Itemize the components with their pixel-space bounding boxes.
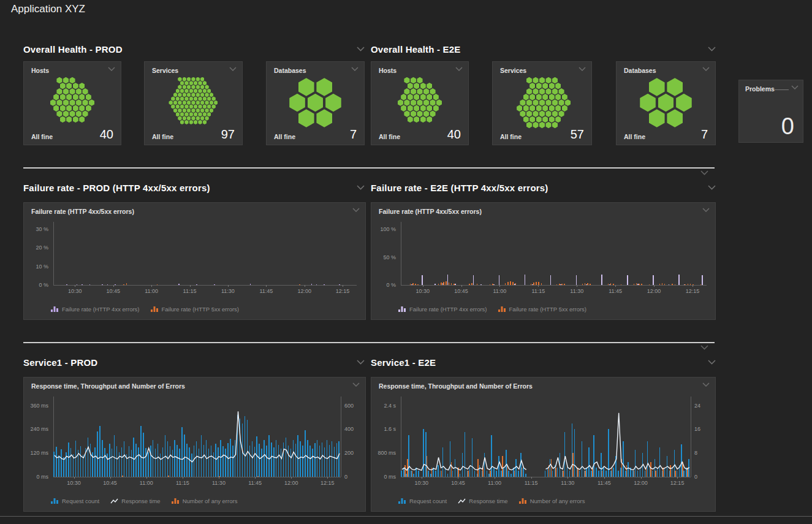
- hexagon-ok[interactable]: [189, 81, 193, 85]
- hexagon-ok[interactable]: [542, 83, 548, 89]
- hexagon-ok[interactable]: [536, 94, 542, 101]
- hexagon-ok[interactable]: [60, 83, 66, 89]
- hexagon-ok[interactable]: [545, 77, 551, 84]
- hexagon-ok[interactable]: [214, 101, 218, 105]
- hexagon-ok[interactable]: [60, 94, 66, 101]
- hexagon-ok[interactable]: [73, 105, 78, 112]
- hexagon-ok[interactable]: [189, 96, 193, 101]
- hexagon-ok[interactable]: [676, 94, 692, 112]
- hexagon-ok[interactable]: [203, 112, 207, 116]
- failure-rate-e2e-chart[interactable]: 100 %50 %0 %10:3010:4511:0011:1511:3011:…: [371, 219, 715, 319]
- hexagon-ok[interactable]: [180, 96, 184, 101]
- hexagon-ok[interactable]: [187, 85, 191, 89]
- hexagon-ok[interactable]: [79, 83, 85, 89]
- hexagon-ok[interactable]: [191, 93, 195, 97]
- hexagon-ok[interactable]: [200, 85, 204, 89]
- hexagon-ok[interactable]: [533, 110, 538, 117]
- hexagon-ok[interactable]: [178, 101, 181, 105]
- hexagon-ok[interactable]: [417, 99, 422, 106]
- hexagon-ok[interactable]: [401, 105, 406, 112]
- legend-item-bars[interactable]: Failure rate (HTTP 4xx errors): [51, 306, 140, 313]
- hexagon-ok[interactable]: [176, 112, 180, 116]
- hexagon-ok[interactable]: [198, 96, 202, 101]
- hexagon-ok[interactable]: [63, 88, 69, 95]
- tile-hosts-prod[interactable]: Hosts All fine 40: [23, 61, 121, 145]
- hexagon-ok[interactable]: [414, 116, 419, 123]
- hexagon-ok[interactable]: [178, 85, 181, 89]
- chevron-down-icon[interactable]: [700, 345, 708, 350]
- hexagon-ok[interactable]: [184, 96, 188, 101]
- hexagon-ok[interactable]: [210, 93, 213, 97]
- hexagon-ok[interactable]: [552, 122, 558, 129]
- hexagon-ok[interactable]: [411, 88, 416, 95]
- hexagon-ok[interactable]: [526, 77, 532, 84]
- hexagon-ok[interactable]: [198, 104, 202, 108]
- hexagon-ok[interactable]: [66, 83, 72, 89]
- hexagon-ok[interactable]: [187, 101, 191, 105]
- hexagon-ok[interactable]: [316, 109, 332, 127]
- hexagon-ok[interactable]: [203, 81, 207, 85]
- hexagon-ok[interactable]: [66, 94, 72, 101]
- hexagon-ok[interactable]: [533, 99, 538, 106]
- chevron-down-icon[interactable]: [357, 47, 365, 51]
- hexagon-ok[interactable]: [173, 108, 177, 113]
- hexagon-ok[interactable]: [423, 99, 429, 106]
- chevron-down-icon[interactable]: [791, 85, 799, 89]
- hexagon-ok[interactable]: [82, 110, 88, 117]
- hexagon-ok[interactable]: [184, 81, 188, 85]
- hexagon-ok[interactable]: [539, 122, 545, 129]
- hexagon-ok[interactable]: [523, 94, 529, 101]
- chevron-down-icon[interactable]: [352, 208, 360, 212]
- hexagon-ok[interactable]: [298, 78, 314, 96]
- honeycomb-services[interactable]: [151, 77, 236, 129]
- hexagon-ok[interactable]: [76, 99, 82, 106]
- hexagon-ok[interactable]: [66, 105, 72, 112]
- hexagon-ok[interactable]: [411, 110, 416, 117]
- legend-item-bars[interactable]: Failure rate (HTTP 5xx errors): [498, 306, 587, 313]
- hexagon-ok[interactable]: [210, 101, 213, 105]
- honeycomb-databases[interactable]: [273, 77, 358, 129]
- legend-item-bars[interactable]: Request count: [51, 498, 99, 504]
- hexagon-ok[interactable]: [183, 108, 186, 113]
- hexagon-ok[interactable]: [404, 99, 409, 106]
- hexagon-ok[interactable]: [562, 94, 567, 101]
- chevron-down-icon[interactable]: [229, 67, 237, 71]
- hexagon-ok[interactable]: [180, 120, 184, 124]
- hexagon-ok[interactable]: [436, 99, 442, 106]
- hexagon-ok[interactable]: [427, 105, 432, 112]
- honeycomb-databases[interactable]: [623, 77, 709, 129]
- hexagon-ok[interactable]: [69, 99, 75, 106]
- hexagon-ok[interactable]: [536, 83, 542, 89]
- hexagon-ok[interactable]: [198, 120, 202, 124]
- hexagon-ok[interactable]: [545, 88, 551, 95]
- hexagon-ok[interactable]: [194, 96, 197, 101]
- chevron-down-icon[interactable]: [708, 185, 716, 190]
- hexagon-ok[interactable]: [86, 94, 91, 101]
- hexagon-ok[interactable]: [189, 89, 193, 93]
- chevron-down-icon[interactable]: [351, 67, 359, 71]
- legend-item-line[interactable]: Response time: [110, 498, 160, 504]
- hexagon-ok[interactable]: [171, 104, 175, 108]
- hexagon-ok[interactable]: [194, 104, 197, 108]
- hexagon-ok[interactable]: [433, 94, 439, 101]
- hexagon-ok[interactable]: [194, 81, 197, 85]
- hexagon-ok[interactable]: [549, 105, 555, 112]
- hexagon-ok[interactable]: [536, 105, 542, 112]
- hexagon-ok[interactable]: [194, 89, 197, 93]
- hexagon-ok[interactable]: [549, 83, 555, 89]
- hexagon-ok[interactable]: [196, 108, 200, 113]
- hexagon-ok[interactable]: [200, 108, 204, 113]
- hexagon-ok[interactable]: [196, 116, 200, 120]
- hexagon-ok[interactable]: [529, 94, 535, 101]
- hexagon-ok[interactable]: [205, 101, 208, 105]
- hexagon-ok[interactable]: [194, 112, 197, 116]
- hexagon-ok[interactable]: [63, 77, 69, 84]
- hexagon-ok[interactable]: [198, 89, 202, 93]
- hexagon-ok[interactable]: [210, 108, 213, 113]
- hexagon-ok[interactable]: [180, 112, 184, 116]
- hexagon-ok[interactable]: [667, 109, 683, 127]
- hexagon-ok[interactable]: [191, 101, 195, 105]
- hexagon-ok[interactable]: [82, 99, 88, 106]
- hexagon-ok[interactable]: [417, 88, 422, 95]
- hexagon-ok[interactable]: [183, 116, 186, 120]
